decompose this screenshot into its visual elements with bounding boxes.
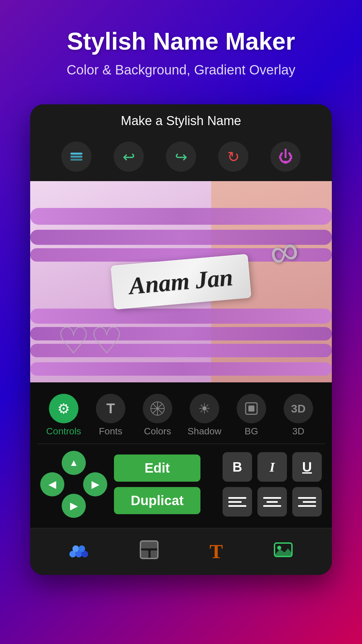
rope-1 xyxy=(30,208,332,225)
fonts-label: Fonts xyxy=(99,426,122,437)
svg-rect-17 xyxy=(140,550,148,558)
align-center-button[interactable] xyxy=(257,487,287,517)
bold-button[interactable]: B xyxy=(223,452,252,482)
undo-button[interactable]: ↩ xyxy=(114,142,144,172)
svg-rect-18 xyxy=(150,550,158,558)
bg-label: BG xyxy=(245,426,258,437)
svg-point-14 xyxy=(78,545,85,552)
colors-label: Colors xyxy=(144,426,171,437)
3d-label: 3D xyxy=(292,426,304,437)
layers-button[interactable] xyxy=(61,142,92,172)
controls-icon-circle: ⚙ xyxy=(49,394,78,423)
colors-icon xyxy=(149,400,166,417)
app-container: Make a Stylish Name ↩ ↪ ↻ ⏻ xyxy=(30,104,332,575)
toolbar: ↩ ↪ ↻ ⏻ xyxy=(30,135,332,181)
controls-label: Controls xyxy=(46,426,81,437)
nav-text[interactable]: T xyxy=(209,540,223,563)
shadow-icon-circle: ☀ xyxy=(190,394,219,423)
edit-duplicate-column: Edit Duplicat xyxy=(114,454,200,514)
action-row: ▲ ◀ ▶ ▶ Edit Duplicat B I xyxy=(30,444,332,528)
align-left-button[interactable] xyxy=(223,487,252,517)
edit-button[interactable]: Edit xyxy=(114,454,200,482)
heart-charms: ♡♡ xyxy=(57,319,123,362)
italic-button[interactable]: I xyxy=(257,452,287,482)
3d-icon-circle: 3D xyxy=(284,394,313,423)
bottom-nav: T xyxy=(30,528,332,575)
shadow-label: Shadow xyxy=(187,426,221,437)
controls-icon: ⚙ xyxy=(57,400,70,417)
dpad: ▲ ◀ ▶ ▶ xyxy=(40,451,107,518)
tab-bg[interactable]: BG xyxy=(228,390,275,440)
svg-point-20 xyxy=(277,546,281,550)
format-column: B I U xyxy=(207,452,322,517)
header: Stylish Name Maker Color & Background, G… xyxy=(0,0,362,91)
nav-drops[interactable] xyxy=(69,541,89,562)
align-row xyxy=(207,487,322,517)
text-nav-icon: T xyxy=(209,540,223,563)
dpad-down[interactable]: ▶ xyxy=(62,494,86,518)
svg-rect-0 xyxy=(70,159,82,161)
tab-colors[interactable]: Colors xyxy=(134,390,181,440)
fonts-icon: T xyxy=(106,400,115,417)
svg-point-13 xyxy=(72,545,79,552)
name-display: Anam Jan xyxy=(128,264,234,300)
dpad-left[interactable]: ◀ xyxy=(40,472,64,496)
tab-shadow[interactable]: ☀ Shadow xyxy=(181,390,228,440)
dpad-up[interactable]: ▲ xyxy=(62,451,86,475)
power-button[interactable]: ⏻ xyxy=(270,142,301,172)
refresh-button[interactable]: ↻ xyxy=(218,142,248,172)
svg-rect-1 xyxy=(70,156,82,158)
canvas-area: ∞ Anam Jan ♡♡ xyxy=(30,181,332,382)
app-subtitle: Color & Background, Gradient Overlay xyxy=(13,62,349,77)
duplicate-button[interactable]: Duplicat xyxy=(114,487,200,514)
tab-3d[interactable]: 3D 3D xyxy=(275,390,322,440)
nav-layout[interactable] xyxy=(139,540,159,564)
3d-icon: 3D xyxy=(291,402,305,415)
app-title: Stylish Name Maker xyxy=(13,27,349,56)
top-bar-title: Make a Stylish Name xyxy=(121,114,241,128)
rope-7 xyxy=(30,362,332,376)
icon-toolbar: ⚙ Controls T Fonts xyxy=(30,382,332,443)
tab-controls[interactable]: ⚙ Controls xyxy=(40,390,87,440)
svg-rect-2 xyxy=(70,153,82,155)
drops-icon xyxy=(69,541,89,562)
redo-button[interactable]: ↪ xyxy=(166,142,196,172)
shadow-icon: ☀ xyxy=(198,400,211,417)
bg-icon xyxy=(243,400,260,417)
svg-rect-9 xyxy=(248,406,254,412)
text-format-row: B I U xyxy=(207,452,322,482)
colors-icon-circle xyxy=(143,394,172,423)
bracelet-image: ∞ Anam Jan ♡♡ xyxy=(30,181,332,382)
underline-button[interactable]: U xyxy=(292,452,322,482)
nav-image[interactable] xyxy=(273,540,293,564)
layout-icon xyxy=(139,540,159,564)
bg-icon-circle xyxy=(237,394,266,423)
top-bar: Make a Stylish Name xyxy=(30,104,332,135)
image-icon xyxy=(273,540,293,564)
fonts-icon-circle: T xyxy=(96,394,125,423)
dpad-right[interactable]: ▶ xyxy=(83,472,107,496)
align-right-button[interactable] xyxy=(292,487,322,517)
svg-rect-16 xyxy=(140,541,158,548)
controls-panel: ⚙ Controls T Fonts xyxy=(30,382,332,528)
tab-fonts[interactable]: T Fonts xyxy=(87,390,134,440)
